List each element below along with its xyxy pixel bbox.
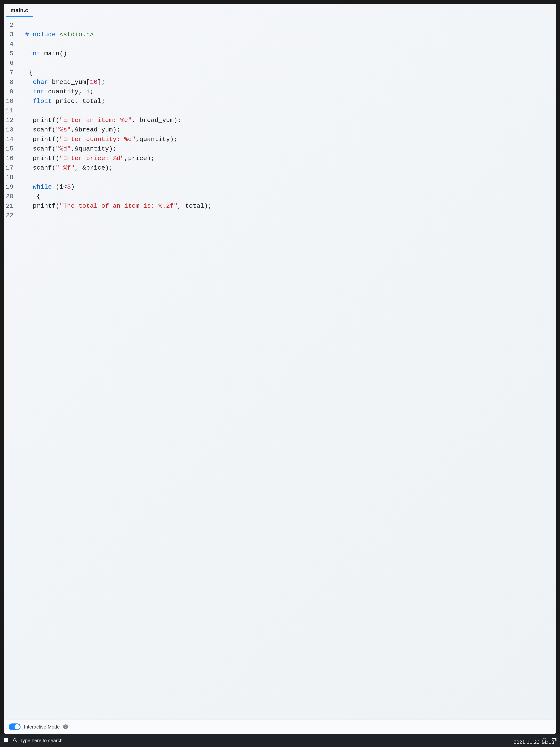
taskbar-search-placeholder: Type here to search [20,738,63,743]
svg-rect-1 [6,738,8,740]
code-line[interactable]: 2 [4,20,556,30]
code-line[interactable]: 12 printf("Enter an item: %c", bread_yum… [4,115,556,125]
line-number: 19 [4,182,18,192]
code-line[interactable]: 17 scanf(" %f", &price); [4,163,556,173]
code-content: scanf("%s",&bread_yum); [18,125,121,135]
code-line[interactable]: 15 scanf("%d",&quantity); [4,144,556,154]
code-content: printf("Enter price: %d",price); [18,154,155,163]
line-number: 10 [4,97,18,106]
svg-rect-3 [6,740,8,742]
code-line[interactable]: 19 while (i<3) [4,182,556,192]
line-number: 2 [4,20,18,30]
code-line[interactable]: 3 #include <stdio.h> [4,30,556,40]
svg-rect-0 [4,738,6,740]
code-line[interactable]: 21 printf("The total of an item is: %.2f… [4,201,556,211]
line-number: 20 [4,192,18,201]
line-number: 4 [4,40,18,49]
line-number: 21 [4,201,18,211]
interactive-mode-label: Interactive Mode [24,724,60,730]
code-line[interactable]: 6 [4,58,556,68]
line-number: 13 [4,125,18,135]
tab-label: main.c [10,7,28,13]
code-line[interactable]: 20 { [4,192,556,201]
line-number: 18 [4,173,18,182]
search-icon [13,738,17,743]
line-number: 22 [4,211,18,221]
line-number: 7 [4,68,18,77]
line-number: 5 [4,49,18,58]
code-line[interactable]: 22 [4,211,556,221]
line-number: 3 [4,30,18,40]
bottom-panel: Interactive Mode ? [4,720,556,734]
code-content: int main() [18,49,67,58]
line-number: 8 [4,77,18,87]
code-content: scanf(" %f", &price); [18,163,113,173]
code-content: printf("Enter quantity: %d",quantity); [18,135,178,144]
line-number: 11 [4,106,18,115]
code-line[interactable]: 8 char bread_yum[10]; [4,77,556,87]
photo-timestamp: 2021.11.23 11:13 [514,739,554,745]
taskbar-search[interactable]: Type here to search [13,738,538,743]
windows-taskbar: Type here to search [0,734,560,747]
help-icon[interactable]: ? [63,724,68,729]
tab-main-c[interactable]: main.c [6,4,33,17]
svg-rect-2 [4,740,6,742]
code-content: char bread_yum[10]; [18,77,105,87]
code-line[interactable]: 5 int main() [4,49,556,58]
code-editor[interactable]: 23 #include <stdio.h>45 int main()67 {8 … [4,17,556,720]
code-content: printf("Enter an item: %c", bread_yum); [18,115,181,125]
line-number: 17 [4,163,18,173]
line-number: 15 [4,144,18,154]
code-line[interactable]: 11 [4,106,556,115]
code-line[interactable]: 16 printf("Enter price: %d",price); [4,154,556,163]
line-number: 6 [4,58,18,68]
code-content: #include <stdio.h> [18,30,94,40]
code-line[interactable]: 7 { [4,68,556,77]
line-number: 12 [4,115,18,125]
svg-point-4 [13,739,16,741]
code-line[interactable]: 4 [4,40,556,49]
svg-rect-7 [555,739,556,740]
svg-line-5 [16,741,17,742]
line-number: 14 [4,135,18,144]
line-number: 9 [4,87,18,97]
toggle-knob [15,724,20,729]
code-content: float price, total; [18,97,105,106]
code-line[interactable]: 9 int quantity, i; [4,87,556,97]
interactive-mode-toggle[interactable] [8,723,21,730]
code-content: { [18,68,33,77]
code-content: { [18,192,40,201]
code-content: scanf("%d",&quantity); [18,144,117,154]
code-content: int quantity, i; [18,87,94,97]
windows-start-icon[interactable] [3,738,8,743]
code-content: while (i<3) [18,182,75,192]
code-line[interactable]: 18 [4,173,556,182]
tab-bar: main.c [4,4,556,17]
code-line[interactable]: 14 printf("Enter quantity: %d",quantity)… [4,135,556,144]
editor-window: main.c 23 #include <stdio.h>45 int main(… [4,4,556,734]
code-line[interactable]: 13 scanf("%s",&bread_yum); [4,125,556,135]
code-line[interactable]: 10 float price, total; [4,97,556,106]
code-content: printf("The total of an item is: %.2f", … [18,201,212,211]
line-number: 16 [4,154,18,163]
svg-rect-8 [555,740,556,741]
